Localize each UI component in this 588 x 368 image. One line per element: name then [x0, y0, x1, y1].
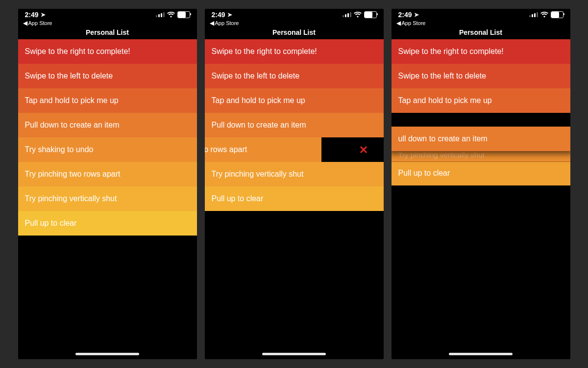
list-item[interactable]: Pull down to create an item — [18, 113, 197, 137]
list-item[interactable]: Try pinching vertically shut — [18, 186, 197, 211]
status-time: 2:49 ➤ — [212, 11, 232, 19]
list-item[interactable]: Swipe to the right to complete! — [205, 39, 384, 64]
back-to-appstore[interactable]: ◀App Store — [205, 20, 384, 27]
list-item[interactable]: Swipe to the left to delete — [392, 64, 570, 88]
todo-list[interactable]: Swipe to the right to complete! Swipe to… — [392, 39, 570, 216]
status-right — [529, 11, 564, 18]
phone-panel-a: 2:49 ➤ ◀App Store Personal List Swipe to… — [18, 9, 197, 359]
status-bar: 2:49 ➤ — [205, 9, 384, 20]
status-time: 2:49 ➤ — [398, 11, 419, 19]
chevron-left-icon: ◀ — [210, 20, 214, 26]
battery-icon — [551, 11, 564, 18]
list-item[interactable]: Tap and hold to pick me up — [18, 88, 197, 113]
home-indicator[interactable] — [262, 353, 326, 355]
status-right — [343, 11, 377, 18]
close-icon — [359, 145, 368, 154]
list-item[interactable]: Pull up to clear — [18, 211, 197, 236]
chevron-left-icon: ◀ — [396, 20, 401, 26]
list-item[interactable]: Try pinching vertically shut — [205, 162, 384, 186]
page-title: Personal List — [205, 27, 384, 39]
back-to-appstore[interactable]: ◀App Store — [392, 20, 570, 27]
reorder-gap — [392, 113, 570, 124]
list-item[interactable]: Pull down to create an item — [205, 113, 384, 137]
location-icon: ➤ — [227, 11, 232, 18]
location-icon: ➤ — [41, 11, 46, 18]
wifi-icon — [354, 12, 362, 18]
list-item[interactable]: Swipe to the right to complete! — [18, 39, 197, 64]
back-label: App Store — [215, 20, 239, 26]
wifi-icon — [167, 12, 175, 18]
todo-list[interactable]: Swipe to the right to complete! Swipe to… — [18, 39, 197, 236]
clock-label: 2:49 — [212, 11, 225, 19]
status-time: 2:49 ➤ — [25, 11, 46, 19]
list-item[interactable]: Swipe to the right to complete! — [392, 39, 570, 64]
phone-panel-b: 2:49 ➤ ◀App Store Personal List Swipe to… — [205, 9, 384, 359]
list-item[interactable]: Try shaking to undo — [18, 137, 197, 162]
screenshot-triptych: 2:49 ➤ ◀App Store Personal List Swipe to… — [0, 0, 588, 368]
list-item-dragging[interactable]: ull down to create an item — [392, 127, 570, 151]
list-item-content[interactable]: ching two rows apart — [205, 137, 322, 162]
clock-label: 2:49 — [398, 11, 412, 19]
list-item[interactable]: Try pinching two rows apart — [18, 162, 197, 186]
status-right — [156, 11, 190, 18]
back-label: App Store — [28, 20, 52, 26]
list-item[interactable]: Swipe to the left to delete — [18, 64, 197, 88]
list-item[interactable]: Tap and hold to pick me up — [392, 88, 570, 113]
phone-panel-c: 2:49 ➤ ◀App Store Personal List Swipe to… — [392, 9, 570, 359]
back-to-appstore[interactable]: ◀App Store — [18, 20, 197, 27]
battery-icon — [177, 11, 190, 18]
wifi-icon — [540, 12, 548, 18]
battery-icon — [364, 11, 377, 18]
list-item-swiping[interactable]: ching two rows apart — [205, 137, 384, 162]
delete-button[interactable] — [344, 137, 383, 162]
home-indicator[interactable] — [75, 353, 139, 355]
signal-icon — [529, 12, 538, 17]
status-bar: 2:49 ➤ — [18, 9, 197, 20]
page-title: Personal List — [392, 27, 570, 39]
chevron-left-icon: ◀ — [23, 20, 27, 26]
page-title: Personal List — [18, 27, 197, 39]
signal-icon — [156, 12, 165, 17]
signal-icon — [343, 12, 351, 17]
list-item[interactable]: Pull up to clear — [205, 186, 384, 211]
status-bar: 2:49 ➤ — [392, 9, 570, 20]
back-label: App Store — [402, 20, 426, 26]
home-indicator[interactable] — [449, 353, 513, 355]
list-item[interactable]: Tap and hold to pick me up — [205, 88, 384, 113]
todo-list[interactable]: Swipe to the right to complete! Swipe to… — [205, 39, 384, 211]
list-item[interactable]: Swipe to the left to delete — [205, 64, 384, 88]
location-icon: ➤ — [414, 11, 419, 18]
clock-label: 2:49 — [25, 11, 39, 19]
list-item[interactable]: Pull up to clear — [392, 161, 570, 185]
